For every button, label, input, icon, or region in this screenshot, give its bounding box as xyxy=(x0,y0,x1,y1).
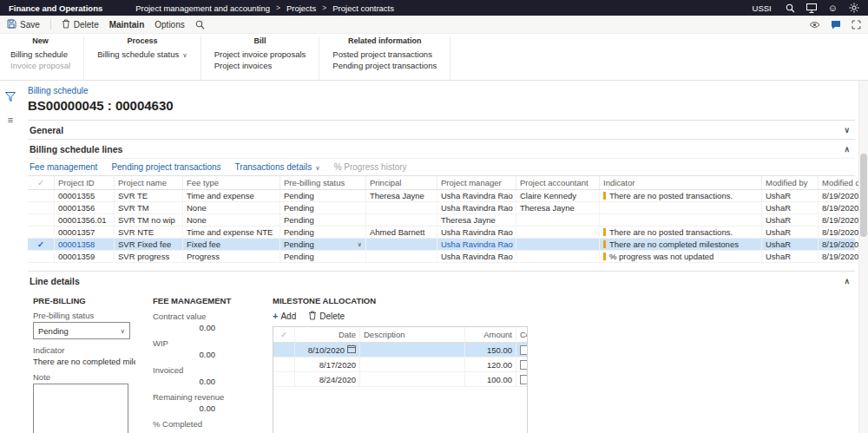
scrollbar-thumb[interactable] xyxy=(860,154,867,237)
project-id-cell[interactable]: 00001356 xyxy=(55,202,115,213)
pre-billing-status-cell[interactable]: Pending∨ xyxy=(280,239,366,250)
ms-date-cell[interactable]: 8/10/2020 xyxy=(295,343,360,357)
project-id-cell[interactable]: 00001359 xyxy=(55,251,115,262)
ms-completed-cell[interactable] xyxy=(516,343,528,357)
ms-column-header[interactable]: Date xyxy=(295,327,360,342)
ms-column-header[interactable]: Description xyxy=(360,327,465,342)
feedback-smiley-icon[interactable]: ☺ xyxy=(828,3,838,13)
pre-billing-status-cell[interactable]: Pending xyxy=(280,251,366,262)
project-id-cell[interactable]: 00001358 xyxy=(55,239,115,250)
filter-icon[interactable] xyxy=(5,89,16,105)
row-checkbox[interactable] xyxy=(28,214,55,226)
calendar-icon[interactable] xyxy=(347,344,356,355)
column-header[interactable]: Project manager xyxy=(437,176,516,189)
column-header[interactable]: Principal xyxy=(366,176,437,189)
column-header[interactable]: Pre-billing status xyxy=(280,176,366,189)
ms-completed-cell[interactable] xyxy=(516,372,528,386)
ms-select-all-checkbox[interactable]: ✓ xyxy=(273,327,295,342)
ms-amount-cell[interactable]: 100.00 xyxy=(465,372,516,386)
project-id-cell[interactable]: 00001355 xyxy=(55,190,115,201)
lines-toolbar-link[interactable]: Transactions details∨ xyxy=(235,162,320,172)
pre-billing-status-cell[interactable]: Pending xyxy=(280,202,366,213)
chevron-up-icon[interactable]: ∧ xyxy=(844,277,850,285)
ms-amount-cell[interactable]: 120.00 xyxy=(465,358,516,371)
monitor-icon[interactable] xyxy=(806,3,817,13)
ms-description-cell[interactable] xyxy=(360,358,465,371)
column-header[interactable]: Project accountant xyxy=(516,176,600,189)
save-button[interactable]: Save xyxy=(7,19,40,30)
row-checkbox[interactable] xyxy=(28,226,55,238)
pre-billing-status-cell[interactable]: Pending xyxy=(280,190,366,201)
message-icon[interactable] xyxy=(831,20,841,30)
ribbon-item[interactable]: Project invoice proposals xyxy=(214,49,306,60)
row-checkbox[interactable]: ✓ xyxy=(28,239,55,250)
column-header[interactable]: Modified by xyxy=(762,176,819,189)
ms-amount-cell[interactable]: 150.00 xyxy=(465,343,516,357)
table-row[interactable]: 00001355SVR TETime and expensePendingThe… xyxy=(28,190,855,202)
checkbox-unchecked[interactable] xyxy=(520,375,528,384)
vertical-scrollbar[interactable] xyxy=(858,81,868,433)
column-header[interactable]: Fee type xyxy=(183,176,280,189)
ribbon-item[interactable]: Posted project transactions xyxy=(332,49,437,60)
milestone-row[interactable]: 8/10/2020150.00 xyxy=(273,343,527,358)
expand-icon[interactable] xyxy=(852,20,861,30)
breadcrumb-item[interactable]: Projects xyxy=(286,3,316,13)
ribbon-item[interactable]: Billing schedule status∨ xyxy=(97,49,187,61)
pre-billing-status-cell[interactable]: Pending xyxy=(280,226,366,238)
view-eye-icon[interactable] xyxy=(809,21,820,29)
note-textarea[interactable] xyxy=(33,384,128,433)
column-header[interactable]: Project name xyxy=(115,176,183,189)
section-line-details[interactable]: Line details ∧ xyxy=(28,271,855,290)
table-row[interactable]: 00001359SVR progressProgressPendingUsha … xyxy=(28,251,855,263)
delete-button[interactable]: Delete xyxy=(62,19,99,30)
settings-gear-icon[interactable] xyxy=(849,3,859,13)
search-icon[interactable] xyxy=(786,3,795,13)
record-type-link[interactable]: Billing schedule xyxy=(28,86,855,95)
select-all-checkbox[interactable]: ✓ xyxy=(28,176,55,189)
ms-date-cell[interactable]: 8/17/2020 xyxy=(295,358,360,371)
lines-toolbar-link[interactable]: Fee management xyxy=(30,162,97,172)
milestone-row[interactable]: 8/17/2020120.00 xyxy=(273,358,527,372)
app-title[interactable]: Finance and Operations xyxy=(9,3,102,13)
breadcrumb-item[interactable]: Project contracts xyxy=(332,3,394,13)
sidebar-toggle-icon[interactable]: ≡ xyxy=(8,115,13,125)
tab-maintain[interactable]: Maintain xyxy=(109,20,145,30)
table-row[interactable]: 00001356.01SVR TM no wipNonePendingThere… xyxy=(28,214,855,226)
tab-options[interactable]: Options xyxy=(155,20,184,30)
ms-row-checkbox[interactable] xyxy=(273,343,295,357)
pre-billing-status-select[interactable]: Pending ∨ xyxy=(33,322,130,339)
lines-toolbar-link[interactable]: Pending project transactions xyxy=(111,162,220,172)
pre-billing-status-cell[interactable]: Pending xyxy=(280,214,366,226)
column-header[interactable]: Project ID xyxy=(55,176,115,189)
chevron-up-icon[interactable]: ∧ xyxy=(844,145,850,154)
command-search-icon[interactable] xyxy=(195,20,205,30)
row-checkbox[interactable] xyxy=(28,202,55,213)
add-milestone-button[interactable]: + Add xyxy=(273,312,296,321)
delete-milestone-button[interactable]: Delete xyxy=(308,311,345,322)
ms-column-header[interactable]: Amount xyxy=(465,327,516,342)
breadcrumb-item[interactable]: Project management and accounting xyxy=(135,3,270,13)
ms-row-checkbox[interactable] xyxy=(273,372,295,386)
section-billing-schedule-lines[interactable]: Billing schedule lines ∧ xyxy=(28,139,855,158)
table-row[interactable]: 00001357SVR NTETime and expense NTEPendi… xyxy=(28,226,855,239)
project-id-cell[interactable]: 00001356.01 xyxy=(55,214,115,226)
table-row[interactable]: 00001356SVR TMNonePendingUsha Ravindra R… xyxy=(28,202,855,214)
ms-column-header[interactable]: Completed xyxy=(516,327,528,342)
chevron-down-icon[interactable]: ∨ xyxy=(844,126,850,134)
column-header[interactable]: Indicator xyxy=(600,176,762,189)
checkbox-unchecked[interactable] xyxy=(520,345,528,355)
table-row[interactable]: ✓00001358SVR Fixed feeFixed feePending∨U… xyxy=(28,239,855,251)
ms-completed-cell[interactable] xyxy=(516,358,528,371)
section-general[interactable]: General ∨ xyxy=(28,120,855,139)
ribbon-item[interactable]: Project invoices xyxy=(214,60,306,71)
checkbox-unchecked[interactable] xyxy=(520,360,528,370)
row-checkbox[interactable] xyxy=(28,251,55,262)
row-checkbox[interactable] xyxy=(28,190,55,201)
project-id-cell[interactable]: 00001357 xyxy=(55,226,115,238)
ms-description-cell[interactable] xyxy=(360,372,465,386)
ribbon-item[interactable]: Pending project transactions xyxy=(332,60,437,71)
milestone-row[interactable]: 8/24/2020100.00 xyxy=(273,372,527,387)
company-picker[interactable]: USSI xyxy=(753,3,772,13)
ms-description-cell[interactable] xyxy=(360,343,465,357)
ms-date-cell[interactable]: 8/24/2020 xyxy=(295,372,360,386)
